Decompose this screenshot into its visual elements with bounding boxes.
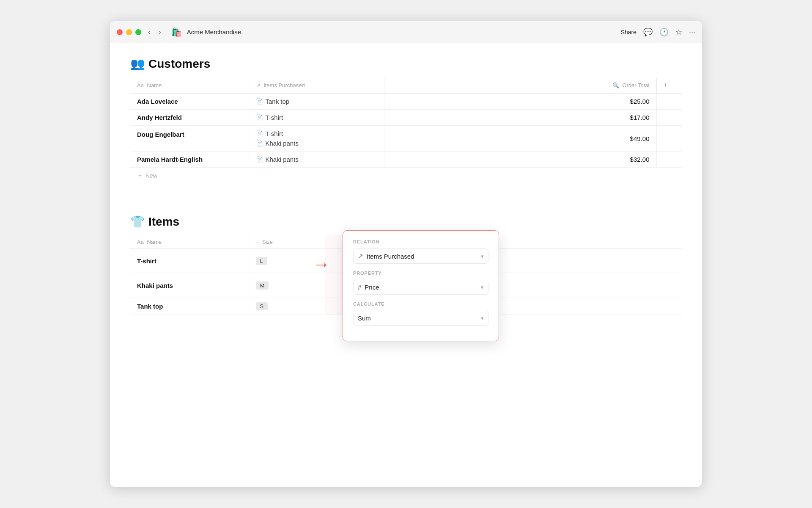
more-button[interactable]: ··· [689,28,695,36]
item-name[interactable]: Khaki pants [130,273,249,298]
property-chevron-icon: ▾ [481,284,484,290]
customer-extra [656,94,682,110]
customers-col-name[interactable]: Aa Name [130,77,249,94]
property-section-label: PROPERTY [353,271,488,276]
customer-name[interactable]: Pamela Hardt-English [130,152,249,168]
history-button[interactable]: 🕐 [659,28,669,37]
customer-total: $49.00 [384,126,656,152]
customers-heading: Customers [148,57,210,71]
table-row: Andy Hertzfeld 📄 T-shirt $17.00 [130,110,682,126]
share-button[interactable]: Share [621,29,636,36]
table-row: Pamela Hardt-English 📄 Khaki pants $32.0… [130,152,682,168]
customer-extra [656,110,682,126]
customer-items[interactable]: 📄 T-shirt 📄 Khaki pants [249,126,384,152]
customer-items[interactable]: 📄 Khaki pants [249,152,384,168]
customer-name[interactable]: Andy Hertzfeld [130,110,249,126]
rollup-popup: RELATION ↗ Items Purchased ▾ PROPERTY # … [343,230,499,341]
titlebar: ‹ › 🛍️ Acme Merchandise Share 💬 🕐 ☆ ··· [110,21,702,43]
item-size: S [249,298,325,315]
app-icon: 🛍️ [171,27,182,37]
forward-button[interactable]: › [157,28,162,37]
customers-col-items[interactable]: ↗ Items Purchased [249,77,384,94]
window-title: Acme Merchandise [187,28,241,36]
calculate-value: Sum [358,315,371,322]
main-content: 👥 Customers Aa Name ↗ Items Purchased 🔍 … [110,43,702,487]
customer-name[interactable]: Doug Engelbart [130,126,249,152]
items-emoji: 👕 [130,215,145,229]
items-heading: Items [148,215,179,229]
property-icon: # [358,284,361,291]
item-name[interactable]: Tank top [130,298,249,315]
customer-items[interactable]: 📄 T-shirt [249,110,384,126]
items-section-header: 👕 Items [130,215,682,229]
property-dropdown[interactable]: # Price ▾ [353,280,488,295]
arrow-indicator: → [313,256,330,273]
customer-name[interactable]: Ada Lovelace [130,94,249,110]
property-value: Price [365,284,379,291]
customer-total: $17.00 [384,110,656,126]
customers-table: Aa Name ↗ Items Purchased 🔍 Order Total … [130,77,682,184]
customer-extra [656,126,682,152]
relation-chevron-icon: ▾ [481,253,484,260]
back-button[interactable]: ‹ [146,28,152,37]
calculate-chevron-icon: ▾ [481,315,484,321]
item-name[interactable]: T-shirt [130,249,249,273]
table-row: Doug Engelbart 📄 T-shirt 📄 Khaki pants $… [130,126,682,152]
traffic-lights [117,29,141,35]
calculate-dropdown[interactable]: Sum ▾ [353,311,488,326]
relation-dropdown[interactable]: ↗ Items Purchased ▾ [353,248,488,264]
customer-extra [656,152,682,168]
customers-emoji: 👥 [130,57,145,71]
maximize-button[interactable] [135,29,141,35]
relation-section-label: RELATION [353,239,488,244]
customers-col-total[interactable]: 🔍 Order Total [384,77,656,94]
item-size: M [249,273,325,298]
close-button[interactable] [117,29,123,35]
customer-items[interactable]: 📄 Tank top [249,94,384,110]
bookmark-button[interactable]: ☆ [675,28,682,37]
customer-total: $32.00 [384,152,656,168]
minimize-button[interactable] [126,29,132,35]
customers-section-header: 👥 Customers [130,57,682,71]
calculate-section-label: CALCULATE [353,301,488,306]
items-col-name[interactable]: Aa Name [130,235,249,249]
items-col-size[interactable]: ≡ Size [249,235,325,249]
customer-total: $25.00 [384,94,656,110]
relation-value: Items Purchased [367,253,414,260]
titlebar-actions: Share 💬 🕐 ☆ ··· [621,28,695,37]
comment-button[interactable]: 💬 [643,28,653,37]
new-row[interactable]: ＋ New [130,168,682,185]
relation-icon: ↗ [358,252,363,260]
customers-col-add[interactable]: + [656,77,682,94]
table-row: Ada Lovelace 📄 Tank top $25.00 [130,94,682,110]
